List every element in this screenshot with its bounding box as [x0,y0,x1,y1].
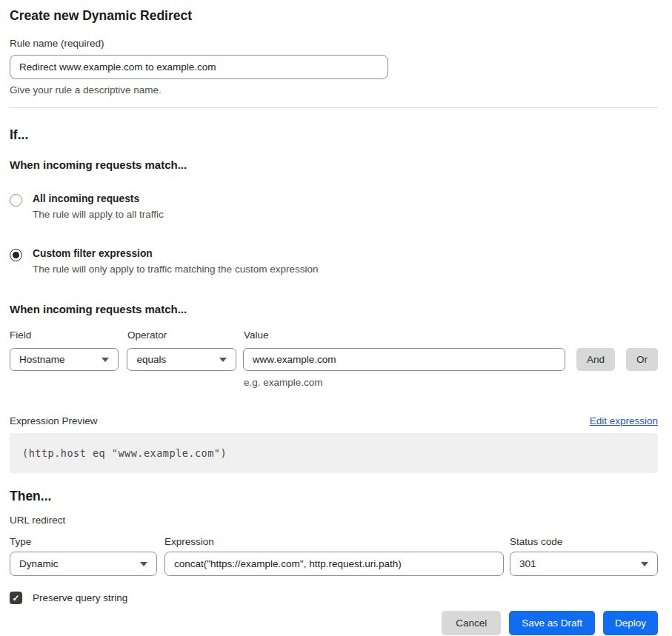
expression-preview-label: Expression Preview [10,415,98,426]
expression-preview-code: (http.host eq "www.example.com") [22,447,227,459]
filter-row: Hostname equals And Or [10,348,658,371]
chevron-down-icon [219,358,227,362]
edit-expression-link[interactable]: Edit expression [590,415,658,426]
chevron-down-icon [140,562,147,566]
save-as-draft-button[interactable]: Save as Draft [509,611,595,635]
match-heading: When incoming requests match... [10,158,658,171]
rule-name-help: Give your rule a descriptive name. [10,84,658,96]
filter-builder-heading: When incoming requests match... [10,303,658,315]
then-section-heading: Then... [10,489,658,504]
expression-column-label: Expression [164,537,510,547]
checkmark-icon: ✓ [12,594,19,603]
field-dropdown-value: Hostname [19,354,65,365]
field-dropdown[interactable]: Hostname [10,348,119,371]
type-dropdown-value: Dynamic [19,558,59,569]
then-row: Dynamic 301 [10,552,658,576]
expression-preview-box: (http.host eq "www.example.com") [10,433,658,473]
preserve-query-string-row[interactable]: ✓ Preserve query string [10,592,658,604]
value-help-text: e.g. example.com [244,377,658,388]
url-redirect-label: URL redirect [10,515,658,526]
radio-description: The rule will only apply to traffic matc… [33,264,318,275]
value-input[interactable] [243,348,565,371]
rule-name-label: Rule name (required) [10,39,658,49]
rule-name-input[interactable] [10,55,388,79]
and-button[interactable]: And [576,348,615,371]
chevron-down-icon [641,562,648,566]
then-column-labels: Type Expression Status code [10,537,658,547]
page-title: Create new Dynamic Redirect [10,7,658,24]
preserve-query-string-label: Preserve query string [33,592,127,603]
operator-dropdown-value: equals [136,354,166,365]
type-column-label: Type [10,537,164,547]
radio-all-incoming-requests[interactable]: All incoming requests The rule will appl… [10,193,658,221]
or-button[interactable]: Or [626,348,658,371]
field-column-label: Field [10,330,127,341]
radio-selected-icon[interactable] [10,249,22,261]
value-column-label: Value [244,330,658,341]
radio-custom-filter-expression[interactable]: Custom filter expression The rule will o… [10,248,658,275]
type-dropdown[interactable]: Dynamic [10,552,157,576]
section-divider [10,107,658,108]
radio-description: The rule will apply to all traffic [33,209,164,221]
cancel-button[interactable]: Cancel [442,611,501,635]
create-redirect-form: Create new Dynamic Redirect Rule name (r… [0,0,672,635]
form-actions: Cancel Save as Draft Deploy [10,611,658,635]
radio-label: All incoming requests [33,193,164,205]
checkbox-checked-icon[interactable]: ✓ [10,592,22,604]
status-code-dropdown-value: 301 [519,558,536,569]
operator-column-label: Operator [127,330,244,341]
deploy-button[interactable]: Deploy [603,611,658,635]
match-mode-radio-group: All incoming requests The rule will appl… [10,193,658,275]
filter-column-labels: Field Operator Value [10,330,658,341]
expression-preview-header: Expression Preview Edit expression [10,415,658,426]
redirect-expression-input[interactable] [164,552,504,576]
status-code-dropdown[interactable]: 301 [510,552,658,576]
radio-unselected-icon[interactable] [10,194,22,207]
status-code-column-label: Status code [510,537,658,547]
radio-label: Custom filter expression [33,248,318,260]
operator-dropdown[interactable]: equals [127,348,236,371]
if-section-heading: If... [10,127,658,143]
chevron-down-icon [102,358,109,362]
